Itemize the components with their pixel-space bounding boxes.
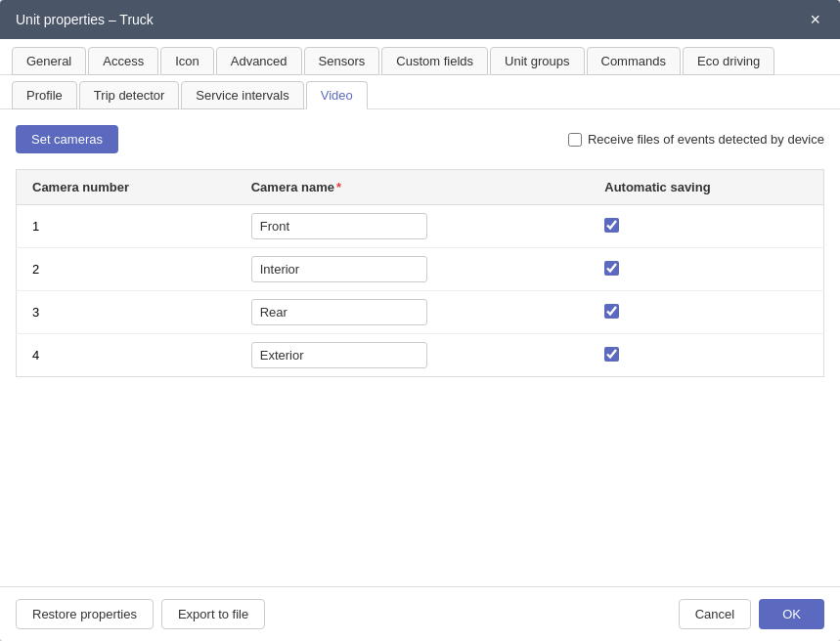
tab-commands[interactable]: Commands bbox=[587, 47, 681, 75]
receive-files-checkbox[interactable] bbox=[568, 133, 582, 147]
camera-number-cell: 3 bbox=[17, 291, 236, 334]
auto-save-checkbox[interactable] bbox=[604, 218, 619, 233]
cancel-button[interactable]: Cancel bbox=[679, 599, 751, 629]
auto-save-checkbox[interactable] bbox=[604, 304, 619, 319]
tab-advanced[interactable]: Advanced bbox=[216, 47, 302, 75]
main-content: Set cameras Receive files of events dete… bbox=[0, 109, 840, 586]
tab-trip-detector[interactable]: Trip detector bbox=[79, 81, 180, 109]
camera-number-cell: 4 bbox=[17, 334, 236, 377]
tab-video[interactable]: Video bbox=[306, 81, 368, 109]
camera-auto-save-cell bbox=[589, 205, 823, 248]
camera-table: Camera number Camera name* Automatic sav… bbox=[16, 169, 824, 377]
col-header-name: Camera name* bbox=[236, 170, 590, 205]
tab-access[interactable]: Access bbox=[88, 47, 158, 75]
tab-icon[interactable]: Icon bbox=[160, 47, 214, 75]
camera-number-cell: 1 bbox=[17, 205, 236, 248]
camera-number-cell: 2 bbox=[17, 248, 236, 291]
table-row: 4 bbox=[17, 334, 824, 377]
required-star: * bbox=[336, 180, 341, 194]
tab-general[interactable]: General bbox=[12, 47, 86, 75]
tabs-row1: General Access Icon Advanced Sensors Cus… bbox=[0, 39, 840, 75]
table-row: 2 bbox=[17, 248, 824, 291]
tab-custom-fields[interactable]: Custom fields bbox=[381, 47, 488, 75]
camera-auto-save-cell bbox=[589, 291, 823, 334]
footer: Restore properties Export to file Cancel… bbox=[0, 586, 840, 641]
set-cameras-button[interactable]: Set cameras bbox=[16, 125, 118, 153]
table-header-row: Camera number Camera name* Automatic sav… bbox=[17, 170, 824, 205]
tab-sensors[interactable]: Sensors bbox=[304, 47, 380, 75]
camera-auto-save-cell bbox=[589, 334, 823, 377]
camera-name-input[interactable] bbox=[251, 213, 427, 239]
tab-profile[interactable]: Profile bbox=[12, 81, 77, 109]
camera-name-input[interactable] bbox=[251, 299, 427, 325]
camera-name-cell bbox=[236, 291, 590, 334]
unit-properties-dialog: Unit properties – Truck × General Access… bbox=[0, 0, 840, 641]
footer-right: Cancel OK bbox=[679, 599, 824, 629]
ok-button[interactable]: OK bbox=[759, 599, 824, 629]
camera-name-cell bbox=[236, 248, 590, 291]
camera-name-cell bbox=[236, 205, 590, 248]
export-to-file-button[interactable]: Export to file bbox=[161, 599, 265, 629]
camera-auto-save-cell bbox=[589, 248, 823, 291]
table-row: 1 bbox=[17, 205, 824, 248]
col-header-auto-save: Automatic saving bbox=[589, 170, 823, 205]
camera-name-input[interactable] bbox=[251, 256, 427, 282]
camera-name-cell bbox=[236, 334, 590, 377]
receive-files-text: Receive files of events detected by devi… bbox=[588, 132, 824, 147]
tabs-row2: Profile Trip detector Service intervals … bbox=[0, 75, 840, 109]
table-row: 3 bbox=[17, 291, 824, 334]
tab-service-intervals[interactable]: Service intervals bbox=[181, 81, 303, 109]
receive-files-label[interactable]: Receive files of events detected by devi… bbox=[568, 132, 824, 147]
camera-name-input[interactable] bbox=[251, 342, 427, 368]
col-header-number: Camera number bbox=[17, 170, 236, 205]
close-button[interactable]: × bbox=[806, 7, 824, 32]
footer-left: Restore properties Export to file bbox=[16, 599, 265, 629]
dialog-title: Unit properties – Truck bbox=[16, 12, 154, 27]
auto-save-checkbox[interactable] bbox=[604, 347, 619, 362]
tab-eco-driving[interactable]: Eco driving bbox=[683, 47, 774, 75]
tab-unit-groups[interactable]: Unit groups bbox=[490, 47, 584, 75]
auto-save-checkbox[interactable] bbox=[604, 261, 619, 276]
title-bar: Unit properties – Truck × bbox=[0, 0, 840, 39]
toolbar-row: Set cameras Receive files of events dete… bbox=[16, 125, 824, 153]
restore-properties-button[interactable]: Restore properties bbox=[16, 599, 154, 629]
